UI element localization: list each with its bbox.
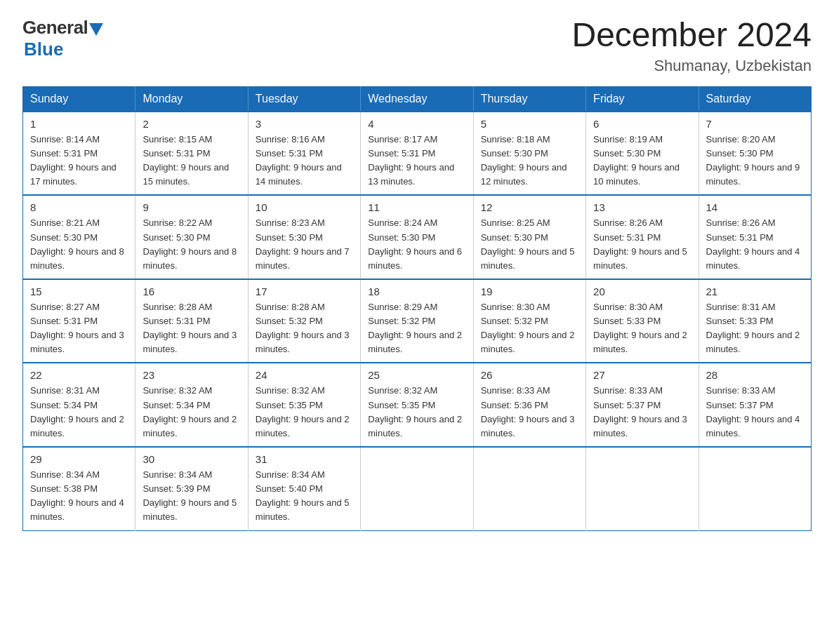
day-number: 26	[481, 369, 578, 381]
calendar-header-row: SundayMondayTuesdayWednesdayThursdayFrid…	[23, 86, 812, 112]
calendar-header-monday: Monday	[135, 86, 248, 112]
calendar-header-sunday: Sunday	[23, 86, 135, 112]
day-number: 9	[143, 201, 240, 213]
day-number: 13	[593, 201, 691, 213]
calendar-day-cell	[699, 447, 811, 530]
day-info: Sunrise: 8:33 AM Sunset: 5:37 PM Dayligh…	[706, 384, 804, 441]
day-info: Sunrise: 8:31 AM Sunset: 5:33 PM Dayligh…	[706, 300, 804, 357]
day-number: 15	[30, 286, 128, 297]
day-number: 19	[481, 286, 578, 297]
day-info: Sunrise: 8:33 AM Sunset: 5:36 PM Dayligh…	[481, 384, 578, 441]
day-info: Sunrise: 8:30 AM Sunset: 5:33 PM Dayligh…	[593, 300, 691, 357]
day-info: Sunrise: 8:26 AM Sunset: 5:31 PM Dayligh…	[593, 216, 691, 273]
calendar-day-cell: 12 Sunrise: 8:25 AM Sunset: 5:30 PM Dayl…	[473, 195, 585, 279]
day-info: Sunrise: 8:25 AM Sunset: 5:30 PM Dayligh…	[481, 216, 578, 273]
day-info: Sunrise: 8:26 AM Sunset: 5:31 PM Dayligh…	[706, 216, 804, 273]
day-number: 18	[368, 286, 465, 297]
calendar-day-cell: 6 Sunrise: 8:19 AM Sunset: 5:30 PM Dayli…	[586, 112, 699, 196]
day-info: Sunrise: 8:32 AM Sunset: 5:35 PM Dayligh…	[368, 384, 465, 441]
day-info: Sunrise: 8:24 AM Sunset: 5:30 PM Dayligh…	[368, 216, 465, 273]
calendar-day-cell: 19 Sunrise: 8:30 AM Sunset: 5:32 PM Dayl…	[473, 279, 585, 363]
day-number: 8	[30, 201, 128, 213]
day-info: Sunrise: 8:21 AM Sunset: 5:30 PM Dayligh…	[30, 216, 128, 273]
day-info: Sunrise: 8:30 AM Sunset: 5:32 PM Dayligh…	[481, 300, 578, 357]
day-number: 7	[706, 118, 804, 130]
day-number: 21	[706, 286, 804, 297]
day-number: 16	[143, 286, 240, 297]
calendar-day-cell: 27 Sunrise: 8:33 AM Sunset: 5:37 PM Dayl…	[586, 363, 699, 447]
calendar-header-saturday: Saturday	[699, 86, 811, 112]
day-number: 28	[706, 369, 804, 381]
calendar-header-wednesday: Wednesday	[361, 86, 473, 112]
calendar-week-row: 8 Sunrise: 8:21 AM Sunset: 5:30 PM Dayli…	[23, 195, 812, 279]
day-info: Sunrise: 8:29 AM Sunset: 5:32 PM Dayligh…	[368, 300, 465, 357]
calendar-day-cell	[361, 447, 473, 530]
calendar-day-cell: 21 Sunrise: 8:31 AM Sunset: 5:33 PM Dayl…	[699, 279, 811, 363]
calendar-day-cell: 5 Sunrise: 8:18 AM Sunset: 5:30 PM Dayli…	[473, 112, 585, 196]
calendar-table: SundayMondayTuesdayWednesdayThursdayFrid…	[22, 86, 812, 531]
calendar-day-cell: 18 Sunrise: 8:29 AM Sunset: 5:32 PM Dayl…	[361, 279, 473, 363]
calendar-day-cell: 25 Sunrise: 8:32 AM Sunset: 5:35 PM Dayl…	[361, 363, 473, 447]
calendar-day-cell: 8 Sunrise: 8:21 AM Sunset: 5:30 PM Dayli…	[23, 195, 135, 279]
day-number: 5	[481, 118, 578, 130]
day-number: 3	[256, 118, 353, 130]
calendar-day-cell: 15 Sunrise: 8:27 AM Sunset: 5:31 PM Dayl…	[23, 279, 135, 363]
day-number: 29	[30, 453, 128, 465]
calendar-header-tuesday: Tuesday	[248, 86, 360, 112]
calendar-day-cell: 24 Sunrise: 8:32 AM Sunset: 5:35 PM Dayl…	[248, 363, 360, 447]
day-info: Sunrise: 8:34 AM Sunset: 5:39 PM Dayligh…	[143, 468, 240, 525]
calendar-day-cell: 11 Sunrise: 8:24 AM Sunset: 5:30 PM Dayl…	[361, 195, 473, 279]
calendar-day-cell: 29 Sunrise: 8:34 AM Sunset: 5:38 PM Dayl…	[23, 447, 135, 530]
day-info: Sunrise: 8:15 AM Sunset: 5:31 PM Dayligh…	[143, 133, 240, 189]
calendar-day-cell	[586, 447, 699, 530]
day-number: 31	[256, 453, 353, 465]
calendar-header-friday: Friday	[586, 86, 699, 112]
page-header: General Blue December 2024 Shumanay, Uzb…	[22, 17, 812, 75]
logo: General Blue	[22, 17, 103, 60]
day-number: 27	[593, 369, 691, 381]
day-number: 14	[706, 201, 804, 213]
day-number: 25	[368, 369, 465, 381]
day-info: Sunrise: 8:34 AM Sunset: 5:38 PM Dayligh…	[30, 468, 128, 525]
calendar-day-cell: 20 Sunrise: 8:30 AM Sunset: 5:33 PM Dayl…	[586, 279, 699, 363]
location-subtitle: Shumanay, Uzbekistan	[571, 57, 812, 75]
day-info: Sunrise: 8:23 AM Sunset: 5:30 PM Dayligh…	[256, 216, 353, 273]
calendar-day-cell: 1 Sunrise: 8:14 AM Sunset: 5:31 PM Dayli…	[23, 112, 135, 196]
calendar-day-cell: 26 Sunrise: 8:33 AM Sunset: 5:36 PM Dayl…	[473, 363, 585, 447]
day-info: Sunrise: 8:33 AM Sunset: 5:37 PM Dayligh…	[593, 384, 691, 441]
calendar-day-cell: 4 Sunrise: 8:17 AM Sunset: 5:31 PM Dayli…	[361, 112, 473, 196]
day-number: 30	[143, 453, 240, 465]
day-info: Sunrise: 8:32 AM Sunset: 5:34 PM Dayligh…	[143, 384, 240, 441]
calendar-day-cell: 14 Sunrise: 8:26 AM Sunset: 5:31 PM Dayl…	[699, 195, 811, 279]
day-info: Sunrise: 8:14 AM Sunset: 5:31 PM Dayligh…	[30, 133, 128, 189]
day-number: 20	[593, 286, 691, 297]
calendar-week-row: 29 Sunrise: 8:34 AM Sunset: 5:38 PM Dayl…	[23, 447, 812, 530]
day-info: Sunrise: 8:22 AM Sunset: 5:30 PM Dayligh…	[143, 216, 240, 273]
calendar-week-row: 22 Sunrise: 8:31 AM Sunset: 5:34 PM Dayl…	[23, 363, 812, 447]
logo-triangle-icon	[89, 23, 103, 36]
day-info: Sunrise: 8:16 AM Sunset: 5:31 PM Dayligh…	[256, 133, 353, 189]
day-number: 2	[143, 118, 240, 130]
calendar-day-cell: 3 Sunrise: 8:16 AM Sunset: 5:31 PM Dayli…	[248, 112, 360, 196]
day-info: Sunrise: 8:31 AM Sunset: 5:34 PM Dayligh…	[30, 384, 128, 441]
day-number: 11	[368, 201, 465, 213]
calendar-day-cell: 23 Sunrise: 8:32 AM Sunset: 5:34 PM Dayl…	[135, 363, 248, 447]
title-block: December 2024 Shumanay, Uzbekistan	[571, 17, 812, 75]
calendar-day-cell: 2 Sunrise: 8:15 AM Sunset: 5:31 PM Dayli…	[135, 112, 248, 196]
calendar-week-row: 15 Sunrise: 8:27 AM Sunset: 5:31 PM Dayl…	[23, 279, 812, 363]
calendar-week-row: 1 Sunrise: 8:14 AM Sunset: 5:31 PM Dayli…	[23, 112, 812, 196]
calendar-day-cell	[473, 447, 585, 530]
day-number: 23	[143, 369, 240, 381]
day-number: 6	[593, 118, 691, 130]
day-number: 10	[256, 201, 353, 213]
day-number: 1	[30, 118, 128, 130]
calendar-day-cell: 30 Sunrise: 8:34 AM Sunset: 5:39 PM Dayl…	[135, 447, 248, 530]
logo-text-general: General	[22, 17, 88, 39]
day-number: 22	[30, 369, 128, 381]
calendar-day-cell: 22 Sunrise: 8:31 AM Sunset: 5:34 PM Dayl…	[23, 363, 135, 447]
month-year-title: December 2024	[571, 17, 812, 54]
day-info: Sunrise: 8:28 AM Sunset: 5:32 PM Dayligh…	[256, 300, 353, 357]
calendar-day-cell: 17 Sunrise: 8:28 AM Sunset: 5:32 PM Dayl…	[248, 279, 360, 363]
day-info: Sunrise: 8:20 AM Sunset: 5:30 PM Dayligh…	[706, 133, 804, 189]
day-info: Sunrise: 8:17 AM Sunset: 5:31 PM Dayligh…	[368, 133, 465, 189]
